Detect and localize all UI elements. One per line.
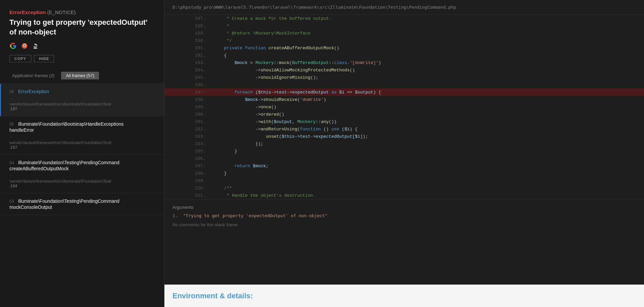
frame-line: :197 [9, 145, 155, 150]
line-code: * @return \Mockery\MockInterface [211, 29, 644, 37]
code-line-188: 188. * [164, 22, 644, 29]
code-line-192: 192. { [164, 52, 644, 59]
line-code: ->once() [211, 103, 644, 111]
code-container[interactable]: 187. * Create a mock for the buffered ou… [164, 15, 644, 285]
line-number: 210. [164, 184, 211, 192]
code-line-193: 193. $mock = Mockery::mock(BufferedOutpu… [164, 59, 644, 66]
svg-point-3 [24, 45, 25, 45]
error-notice-badge: (E_NOTICE) [47, 9, 76, 15]
line-code [211, 177, 644, 184]
frame-item[interactable]: 56 ErrorException ... \vendor\laravel\fr… [0, 84, 164, 116]
argument-value: "Trying to get property 'expectedOutput'… [183, 213, 327, 218]
line-code: }); [211, 140, 644, 147]
frame-dots: ... [9, 95, 155, 101]
line-code: ->with($output, Mockery::any()) [211, 118, 644, 125]
code-line-191: 191. private function createABufferedOut… [164, 44, 644, 52]
line-code: /** [211, 184, 644, 192]
frame-path: \vendor\laravel\framework\src\Illuminate… [9, 140, 155, 145]
code-table: 187. * Create a mock for the buffered ou… [164, 15, 644, 199]
line-number: 194. [164, 66, 211, 74]
frame-path: \vendor\laravel\framework\src\Illuminate… [9, 102, 155, 107]
line-number: 195. [164, 74, 211, 81]
line-number: 203. [164, 133, 211, 140]
frames-list[interactable]: 56 ErrorException ... \vendor\laravel\fr… [0, 84, 164, 307]
line-code: */ [211, 37, 644, 44]
frame-class-method: Illuminate\Foundation\Testing\PendingCom… [9, 160, 119, 171]
argument-item: 1. "Trying to get property 'expectedOutp… [172, 213, 636, 218]
line-number: 208. [164, 170, 211, 177]
frame-path: \vendor\laravel\framework\src\Illuminate… [9, 179, 155, 184]
frame-number: 54 [9, 161, 14, 165]
left-panel: ErrorException (E_NOTICE) Trying to get … [0, 0, 164, 307]
line-code: * Create a mock for the buffered output. [211, 15, 644, 22]
frame-item[interactable]: 55 Illuminate\Foundation\Bootstrap\Handl… [0, 116, 164, 155]
bottom-section: Environment & details: [164, 285, 644, 307]
code-file-path: D:\phpstudy_pro\WWW\laravel5.7\vendor\la… [164, 0, 644, 15]
line-code: { [211, 52, 644, 59]
code-line-206: 206. [164, 155, 644, 162]
error-header: ErrorException (E_NOTICE) Trying to get … [0, 0, 164, 68]
line-code: $mock->shouldReceive('doWrite') [211, 96, 644, 103]
error-type: ErrorException (E_NOTICE) [9, 9, 155, 15]
line-code: ->shouldAllowMockingProtectedMethods() [211, 66, 644, 74]
frame-tabs: Application frames (2) All frames (57) [0, 68, 164, 84]
hide-button[interactable]: HIDE [34, 55, 54, 62]
argument-number: 1. [172, 213, 178, 218]
frame-line: :164 [9, 184, 155, 188]
code-line-208: 208. } [164, 170, 644, 177]
line-code: foreach ($this->test->expectedOutput as … [211, 88, 644, 96]
frame-item[interactable]: 54 Illuminate\Foundation\Testing\Pending… [0, 155, 164, 193]
line-number: 198. [164, 96, 211, 103]
error-message: Trying to get property 'expectedOutput' … [9, 18, 155, 37]
line-number: 193. [164, 59, 211, 66]
frame-line: :197 [9, 107, 155, 111]
line-number: 197. [164, 88, 211, 96]
line-number: 190. [164, 37, 211, 44]
code-line-207: 207. return $mock; [164, 162, 644, 170]
line-number: 206. [164, 155, 211, 162]
frame-class-method: Illuminate\Foundation\Bootstrap\HandleEx… [9, 121, 123, 133]
arguments-title: Arguments [172, 205, 636, 210]
code-line-189: 189. * @return \Mockery\MockInterface [164, 29, 644, 37]
error-icons [9, 42, 155, 50]
line-code: return $mock; [211, 162, 644, 170]
tab-all-frames[interactable]: All frames (57) [61, 72, 99, 79]
line-number: 209. [164, 177, 211, 184]
line-code [211, 155, 644, 162]
google-search-icon[interactable] [9, 42, 17, 50]
copy-button[interactable]: COPY [9, 55, 31, 62]
stackoverflow-icon[interactable] [32, 42, 40, 50]
tab-application-frames[interactable]: Application frames (2) [9, 72, 57, 79]
line-number: 211. [164, 192, 211, 199]
code-line-211: 211. * Handle the object's destruction. [164, 192, 644, 199]
line-code: * Handle the object's destruction. [211, 192, 644, 199]
code-line-200: 200. ->ordered() [164, 111, 644, 118]
right-panel: D:\phpstudy_pro\WWW\laravel5.7\vendor\la… [164, 0, 644, 307]
code-line-199: 199. ->once() [164, 103, 644, 111]
error-type-name: ErrorException [9, 9, 46, 15]
code-line-196: 196. [164, 81, 644, 88]
frame-item[interactable]: 53 Illuminate\Foundation\Testing\Pending… [0, 193, 164, 215]
frame-class: ErrorException [18, 89, 49, 94]
code-line-201: 201. ->with($output, Mockery::any()) [164, 118, 644, 125]
line-number: 207. [164, 162, 211, 170]
code-line-194: 194. ->shouldAllowMockingProtectedMethod… [164, 66, 644, 74]
line-number: 204. [164, 140, 211, 147]
line-number: 196. [164, 81, 211, 88]
line-number: 191. [164, 44, 211, 52]
line-code: } [211, 147, 644, 155]
code-line-187: 187. * Create a mock for the buffered ou… [164, 15, 644, 22]
frame-number: 55 [9, 122, 14, 127]
line-code: ->shouldIgnoreMissing(); [211, 74, 644, 81]
line-code: ->ordered() [211, 111, 644, 118]
frame-number: 56 [9, 89, 14, 94]
frame-dots: ... [9, 172, 155, 178]
frame-dots: ... [9, 133, 155, 139]
code-line-198: 198. $mock->shouldReceive('doWrite') [164, 96, 644, 103]
duckduckgo-icon[interactable] [21, 42, 28, 50]
code-line-195: 195. ->shouldIgnoreMissing(); [164, 74, 644, 81]
no-comments-text: No comments for this stack frame. [172, 222, 636, 227]
error-actions: COPY HIDE [9, 55, 155, 62]
line-number: 202. [164, 125, 211, 133]
line-number: 189. [164, 29, 211, 37]
